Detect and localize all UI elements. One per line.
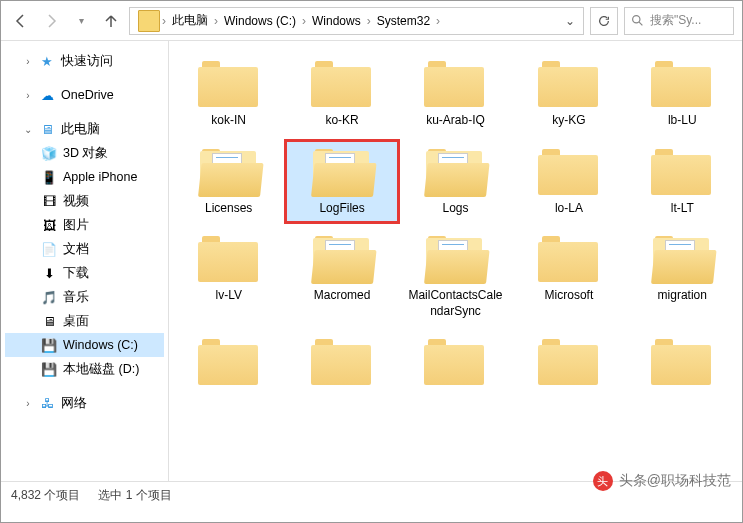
folder-label: kok-IN xyxy=(211,113,246,129)
refresh-button[interactable] xyxy=(590,7,618,35)
back-button[interactable] xyxy=(9,9,33,33)
address-dropdown[interactable]: ⌄ xyxy=(561,14,579,28)
folder-label: Logs xyxy=(442,201,468,217)
tree-item--[interactable]: 🖥桌面 xyxy=(5,309,164,333)
cloud-icon: ☁ xyxy=(39,87,55,103)
folder-label: Licenses xyxy=(205,201,252,217)
folder-label: MailContactsCalendarSync xyxy=(405,288,505,319)
folder-macromed[interactable]: Macromed xyxy=(286,228,397,325)
folder-icon xyxy=(651,59,713,109)
folder-icon xyxy=(538,59,600,109)
music-icon: 🎵 xyxy=(41,289,57,305)
folder-label: lv-LV xyxy=(215,288,241,304)
folder-logs[interactable]: Logs xyxy=(400,141,511,223)
doc-icon: 📄 xyxy=(41,241,57,257)
star-icon: ★ xyxy=(39,53,55,69)
up-button[interactable] xyxy=(99,9,123,33)
folder-lt-lt[interactable]: lt-LT xyxy=(627,141,738,223)
folder-label: lb-LU xyxy=(668,113,697,129)
folder-icon xyxy=(198,147,260,197)
chevron-right-icon[interactable]: › xyxy=(434,14,442,28)
folder-label: ko-KR xyxy=(325,113,358,129)
folder-icon xyxy=(651,147,713,197)
folder-icon xyxy=(311,337,373,387)
pic-icon: 🖼 xyxy=(41,217,57,233)
nav-tree: ›★快速访问 ›☁OneDrive ⌄🖥此电脑 🧊3D 对象📱Apple iPh… xyxy=(1,41,169,481)
folder-icon xyxy=(311,234,373,284)
folder-migration[interactable]: migration xyxy=(627,228,738,325)
tree-item--d-[interactable]: 💾本地磁盘 (D:) xyxy=(5,357,164,381)
folder-icon xyxy=(198,234,260,284)
folder-microsoft[interactable]: Microsoft xyxy=(513,228,624,325)
file-grid: kok-INko-KRku-Arab-IQky-KGlb-LULicensesL… xyxy=(169,41,742,481)
tree-thispc[interactable]: ⌄🖥此电脑 xyxy=(5,117,164,141)
tree-onedrive[interactable]: ›☁OneDrive xyxy=(5,83,164,107)
folder-licenses[interactable]: Licenses xyxy=(173,141,284,223)
folder-icon xyxy=(424,234,486,284)
crumb-c[interactable]: Windows (C:) xyxy=(220,12,300,30)
folder-item-18[interactable] xyxy=(513,331,624,397)
svg-point-0 xyxy=(633,16,640,23)
folder-icon xyxy=(424,337,486,387)
forward-button[interactable] xyxy=(39,9,63,33)
folder-label: ky-KG xyxy=(552,113,585,129)
folder-kok-in[interactable]: kok-IN xyxy=(173,53,284,135)
tree-network[interactable]: ›🖧网络 xyxy=(5,391,164,415)
tree-item--[interactable]: 🎞视频 xyxy=(5,189,164,213)
folder-item-17[interactable] xyxy=(400,331,511,397)
folder-mailcontactscalendarsync[interactable]: MailContactsCalendarSync xyxy=(400,228,511,325)
folder-logfiles[interactable]: LogFiles xyxy=(286,141,397,223)
chevron-right-icon[interactable]: › xyxy=(212,14,220,28)
tree-item-3d-[interactable]: 🧊3D 对象 xyxy=(5,141,164,165)
pc-icon: 🖥 xyxy=(39,121,55,137)
toolbar: ▾ › 此电脑 › Windows (C:) › Windows › Syste… xyxy=(1,1,742,41)
tree-item--[interactable]: ⬇下载 xyxy=(5,261,164,285)
tree-item-windows-c-[interactable]: 💾Windows (C:) xyxy=(5,333,164,357)
tree-quick-access[interactable]: ›★快速访问 xyxy=(5,49,164,73)
folder-lv-lv[interactable]: lv-LV xyxy=(173,228,284,325)
dl-icon: ⬇ xyxy=(41,265,57,281)
folder-lo-la[interactable]: lo-LA xyxy=(513,141,624,223)
folder-item-19[interactable] xyxy=(627,331,738,397)
folder-icon xyxy=(311,147,373,197)
folder-ko-kr[interactable]: ko-KR xyxy=(286,53,397,135)
folder-icon xyxy=(538,337,600,387)
folder-icon xyxy=(538,234,600,284)
cube-icon: 🧊 xyxy=(41,145,57,161)
desk-icon: 🖥 xyxy=(41,313,57,329)
folder-icon xyxy=(538,147,600,197)
tree-item--[interactable]: 🖼图片 xyxy=(5,213,164,237)
tree-item--[interactable]: 🎵音乐 xyxy=(5,285,164,309)
address-bar[interactable]: › 此电脑 › Windows (C:) › Windows › System3… xyxy=(129,7,584,35)
folder-label: migration xyxy=(658,288,707,304)
network-icon: 🖧 xyxy=(39,395,55,411)
crumb-system32[interactable]: System32 xyxy=(373,12,434,30)
search-placeholder: 搜索"Sy... xyxy=(650,12,701,29)
search-input[interactable]: 搜索"Sy... xyxy=(624,7,734,35)
folder-label: lo-LA xyxy=(555,201,583,217)
folder-item-15[interactable] xyxy=(173,331,284,397)
tree-item--[interactable]: 📄文档 xyxy=(5,237,164,261)
chevron-right-icon[interactable]: › xyxy=(160,14,168,28)
folder-icon xyxy=(311,59,373,109)
chevron-right-icon[interactable]: › xyxy=(365,14,373,28)
folder-label: ku-Arab-IQ xyxy=(426,113,485,129)
folder-label: LogFiles xyxy=(319,201,364,217)
folder-ku-arab-iq[interactable]: ku-Arab-IQ xyxy=(400,53,511,135)
video-icon: 🎞 xyxy=(41,193,57,209)
folder-icon xyxy=(651,337,713,387)
folder-item-16[interactable] xyxy=(286,331,397,397)
folder-icon xyxy=(424,147,486,197)
crumb-windows[interactable]: Windows xyxy=(308,12,365,30)
folder-ky-kg[interactable]: ky-KG xyxy=(513,53,624,135)
folder-icon xyxy=(651,234,713,284)
recent-dropdown[interactable]: ▾ xyxy=(69,9,93,33)
tree-item-apple-iphone[interactable]: 📱Apple iPhone xyxy=(5,165,164,189)
folder-label: lt-LT xyxy=(671,201,694,217)
chevron-right-icon[interactable]: › xyxy=(300,14,308,28)
folder-lb-lu[interactable]: lb-LU xyxy=(627,53,738,135)
crumb-thispc[interactable]: 此电脑 xyxy=(168,10,212,31)
folder-icon xyxy=(198,337,260,387)
phone-icon: 📱 xyxy=(41,169,57,185)
search-icon xyxy=(631,14,644,27)
